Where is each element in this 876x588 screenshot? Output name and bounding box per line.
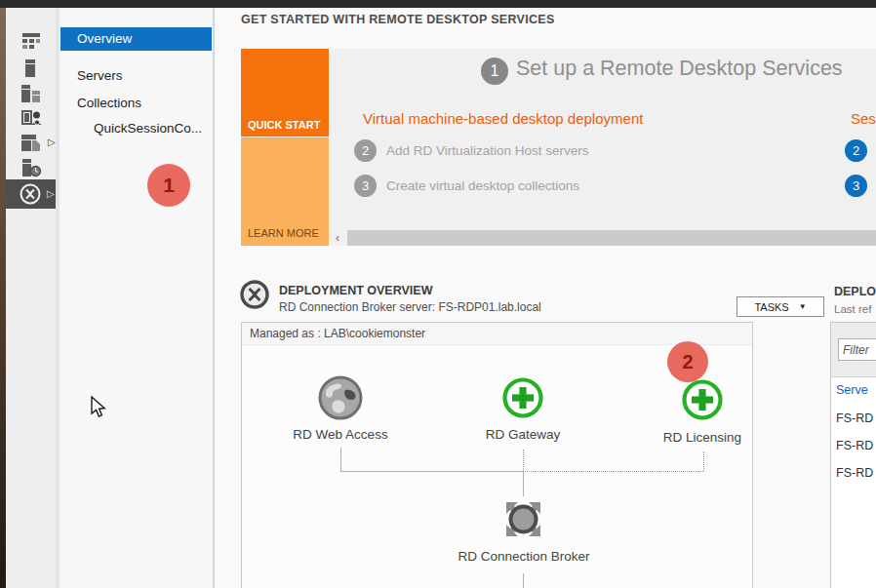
connector-horizontal-dotted (523, 471, 703, 472)
filter-toolbar (831, 323, 876, 377)
step1-title: Set up a Remote Desktop Services (516, 57, 843, 81)
scrollbar-thumb[interactable] (347, 230, 876, 246)
rd-licensing-label[interactable]: RD Licensing (615, 430, 790, 445)
services-icon (22, 159, 42, 177)
learn-more-label: LEARN MORE (248, 227, 319, 239)
tasks-dropdown-button[interactable]: TASKS ▼ (737, 296, 824, 317)
connector-web-stub (340, 448, 341, 471)
rds-deployment-icon (239, 279, 270, 310)
session-step2-circle: 2 (845, 139, 867, 162)
sidebar-item-all-servers[interactable] (6, 82, 57, 105)
step1-number-circle: 1 (481, 58, 508, 85)
nav-item-servers[interactable]: Servers (60, 64, 212, 88)
notification-badge-2: 2 (667, 341, 708, 382)
step3-label[interactable]: Create virtual desktop collections (386, 178, 579, 193)
connector-broker-stub (523, 472, 524, 496)
managed-as-bar: Managed as : LAB\cookiemonster (242, 323, 752, 345)
all-servers-icon (21, 85, 41, 102)
session-step3-circle: 3 (845, 175, 867, 197)
server-manager-window: ▷ ▷ 1 Overview Servers Collections Quick… (0, 0, 876, 588)
deployment-overview-title: DEPLOYMENT OVERVIEW (279, 284, 432, 297)
rd-gateway-label[interactable]: RD Gateway (435, 427, 611, 442)
session-deployment-heading[interactable]: Ses (851, 110, 876, 127)
deployment-servers-subtitle: Last ref (834, 303, 871, 315)
connector-gateway-stub (523, 450, 524, 471)
quick-start-label: QUICK START (248, 119, 320, 131)
server-row[interactable]: FS-RD (836, 466, 873, 480)
mouse-cursor (91, 396, 112, 419)
flyout-arrow-icon[interactable]: ▷ (47, 188, 55, 199)
scroll-left-button[interactable]: ‹ (329, 230, 346, 246)
flyout-arrow-icon[interactable]: ▷ (48, 137, 56, 147)
quickstart-tile: QUICK START LEARN MORE 1 Set up a Remote… (241, 49, 876, 246)
notification-badge-1: 1 (147, 164, 190, 207)
rd-connection-broker-label[interactable]: RD Connection Broker (436, 549, 612, 564)
server-row[interactable]: FS-RD (836, 412, 873, 425)
deployment-servers-title: DEPLO (834, 285, 876, 298)
dashboard-icon (21, 33, 41, 49)
rd-connection-broker-icon[interactable] (500, 496, 546, 542)
deployment-overview-subtitle: RD Connection Broker server: FS-RDP01.la… (279, 300, 541, 314)
step3-number-circle: 3 (354, 175, 377, 197)
learn-more-tab[interactable]: LEARN MORE (241, 137, 329, 246)
sidebar-item-ad-ds[interactable] (6, 106, 57, 130)
step2-label[interactable]: Add RD Virtualization Host servers (386, 143, 589, 158)
add-rd-licensing-icon[interactable] (681, 378, 724, 421)
vm-deployment-heading[interactable]: Virtual machine-based desktop deployment (363, 110, 643, 127)
local-server-icon (24, 59, 36, 77)
connector-licensing-stub (703, 451, 704, 471)
file-storage-icon (21, 135, 41, 152)
sidebar-item-file-storage[interactable]: ▷ (6, 132, 57, 155)
tasks-label: TASKS (754, 301, 788, 313)
sidebar-item-remote-desktop-services[interactable]: ▷ (6, 179, 57, 209)
connector-below-broker (523, 573, 524, 588)
quick-start-tab[interactable]: QUICK START (241, 49, 329, 137)
rds-nav-panel: Overview Servers Collections QuickSessio… (60, 8, 213, 588)
step2-number-circle: 2 (354, 139, 377, 162)
horizontal-scrollbar[interactable]: ‹ (329, 230, 876, 246)
nav-item-quicksessioncollection[interactable]: QuickSessionCo... (60, 117, 212, 140)
window-top-bar (0, 0, 876, 8)
nav-separator (213, 8, 215, 588)
sidebar-item-local-server[interactable] (6, 57, 57, 80)
nav-item-overview[interactable]: Overview (60, 27, 212, 51)
globe-icon (317, 374, 364, 421)
sidebar-item-dashboard[interactable] (6, 29, 57, 53)
server-row[interactable]: FS-RD (836, 439, 873, 452)
ad-ds-icon (21, 109, 43, 128)
add-rd-gateway-icon[interactable] (501, 376, 544, 419)
sidebar-icon-rail: ▷ ▷ (6, 8, 57, 588)
rd-web-access-label[interactable]: RD Web Access (253, 427, 428, 442)
filter-input[interactable] (838, 338, 876, 361)
nav-item-collections[interactable]: Collections (60, 92, 212, 115)
connector-horizontal-solid (340, 471, 523, 472)
tasks-caret-icon: ▼ (799, 302, 807, 311)
get-started-title: GET STARTED WITH REMOTE DESKTOP SERVICES (241, 13, 555, 26)
remote-desktop-services-icon (19, 182, 42, 206)
sidebar-item-services[interactable] (6, 157, 57, 180)
server-name-column-header[interactable]: Serve (836, 383, 868, 397)
deployment-servers-panel: Serve FS-RD FS-RD FS-RD (830, 322, 876, 588)
